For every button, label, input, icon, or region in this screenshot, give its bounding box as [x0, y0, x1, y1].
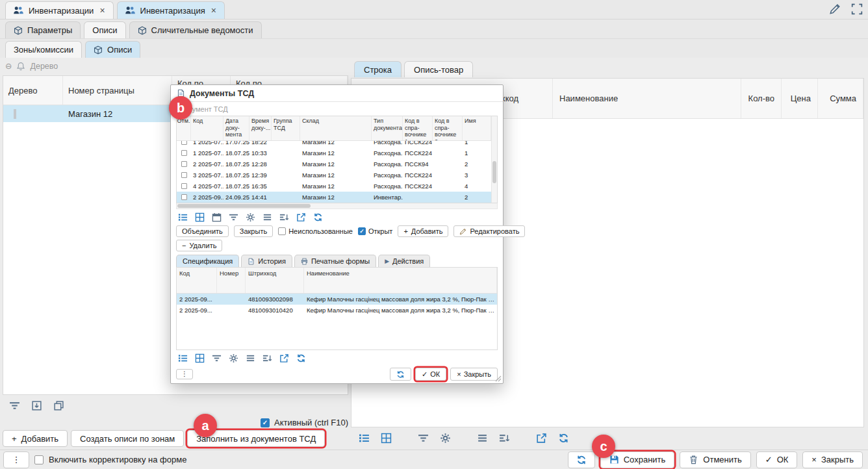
refresh-button[interactable] — [390, 368, 411, 381]
close-doc-button[interactable]: Закрыть — [234, 225, 273, 237]
dialog-close-button[interactable]: × Закрыть — [450, 368, 498, 381]
list-icon[interactable] — [246, 353, 255, 363]
sort-list-icon[interactable] — [279, 212, 289, 222]
kebab-menu-button[interactable]: ⋮ — [176, 369, 193, 379]
collapse-icon[interactable]: ⊖ — [5, 62, 12, 71]
close-button[interactable]: × Закрыть — [802, 451, 863, 468]
column-header-barcode[interactable]: Штрихкод — [246, 268, 304, 293]
tab-print-forms[interactable]: Печатные формы — [294, 255, 376, 267]
table-row[interactable]: 1 2025-07... 17.07.25 18:22 Магазин 12 Р… — [177, 141, 491, 147]
vertical-scrollbar[interactable] — [491, 116, 497, 203]
column-header-doc-type[interactable]: Тип документа — [372, 116, 403, 140]
open-checkbox[interactable]: ✓ — [358, 227, 366, 235]
column-header-tsd-group[interactable]: Группа ТСД — [272, 116, 300, 140]
row-checkbox[interactable] — [181, 150, 187, 156]
column-header-code[interactable]: Код — [177, 268, 217, 293]
tab-comparison-sheets[interactable]: Сличительные ведомости — [129, 21, 262, 38]
table-row[interactable]: 2 2025-07... 18.07.25 12:28 Магазин 12 Р… — [177, 158, 491, 170]
row-checkbox[interactable] — [181, 172, 187, 178]
refresh-icon[interactable] — [558, 433, 569, 444]
column-header-date[interactable]: Дата доку-мента — [223, 116, 249, 140]
column-header-mark[interactable]: Отм. — [177, 116, 191, 140]
window-tab-inventory[interactable]: Инвентаризация × — [117, 1, 225, 19]
column-header-warehouse[interactable]: Склад — [300, 116, 372, 140]
horizontal-scrollbar[interactable] — [176, 203, 498, 209]
sort-list-icon[interactable] — [499, 433, 510, 444]
dialog-ok-button[interactable]: ✓ ОК — [415, 368, 446, 381]
column-header-page-number[interactable]: Номер страницы — [63, 76, 172, 105]
tab-stroka[interactable]: Строка — [354, 61, 402, 77]
column-header-ref1[interactable]: Код в спра-вочнике 1 — [403, 116, 433, 140]
scrollbar-thumb[interactable] — [177, 204, 311, 208]
tab-history[interactable]: История — [241, 255, 292, 267]
table-row[interactable]: 3 2025-07... 18.07.25 12:39 Магазин 12 Р… — [177, 170, 491, 181]
ok-button[interactable]: ✓ ОК — [756, 451, 798, 468]
tab-actions[interactable]: ▶ Действия — [378, 255, 430, 267]
tab-zones-commissions[interactable]: Зоны/комиссии — [5, 41, 82, 58]
resize-grip[interactable] — [495, 375, 502, 382]
cancel-button[interactable]: Отменить — [680, 451, 750, 468]
refresh-button[interactable] — [568, 451, 595, 468]
dialog-title-bar[interactable]: Документы ТСД — [171, 85, 503, 102]
row-checkbox[interactable] — [181, 141, 187, 145]
add-doc-button[interactable]: + Добавить — [398, 225, 448, 237]
gear-icon[interactable] — [229, 353, 238, 363]
scrollbar-thumb[interactable] — [492, 161, 496, 183]
column-header-name[interactable]: Имя — [463, 116, 491, 140]
spec-row-selected[interactable]: 2 2025-09... 4810093002098 Кефир Малочны… — [177, 294, 497, 305]
create-zones-button[interactable]: Создать описи по зонам — [71, 430, 184, 447]
column-header-code[interactable]: Код — [191, 116, 223, 140]
unused-checkbox[interactable] — [278, 227, 286, 235]
column-header-sum[interactable]: Сумма — [818, 79, 863, 118]
row-checkbox[interactable] — [181, 161, 187, 167]
row-checkbox[interactable] — [181, 183, 187, 189]
external-link-icon[interactable] — [279, 353, 289, 363]
column-header-name[interactable]: Наименование — [553, 79, 741, 118]
copy-icon[interactable] — [53, 400, 64, 411]
column-header-qty[interactable]: Кол-во — [741, 79, 782, 118]
tab-parameters[interactable]: Параметры — [5, 21, 81, 38]
column-header-time[interactable]: Время доку-... — [249, 116, 272, 140]
window-tab-inventories[interactable]: Инвентаризации × — [5, 1, 114, 19]
refresh-icon[interactable] — [313, 212, 323, 222]
column-header-nomer[interactable]: Номер — [217, 268, 246, 293]
close-icon[interactable]: × — [99, 6, 105, 15]
refresh-icon[interactable] — [296, 353, 306, 363]
row-checkbox[interactable] — [181, 194, 187, 200]
kebab-menu-button[interactable]: ⋮ — [3, 451, 29, 468]
edit-icon[interactable] — [829, 3, 841, 15]
gear-icon[interactable] — [246, 212, 255, 222]
edit-doc-button[interactable]: Редактировать — [453, 225, 525, 237]
table-row[interactable]: 4 2025-07... 18.07.25 16:35 Магазин 12 Р… — [177, 181, 491, 192]
external-link-icon[interactable] — [536, 433, 547, 444]
tab-opisi-level1[interactable]: Описи — [84, 21, 125, 38]
gear-icon[interactable] — [440, 433, 451, 444]
grid-icon[interactable] — [381, 433, 392, 444]
tab-opis-tovar[interactable]: Опись-товар — [404, 61, 473, 77]
add-button[interactable]: + Добавить — [3, 430, 68, 447]
external-link-icon[interactable] — [296, 212, 306, 222]
spec-row[interactable]: 2 2025-09... 4810093010420 Кефир Малочны… — [177, 305, 497, 316]
filter-icon[interactable] — [9, 400, 20, 411]
list-icon[interactable] — [262, 212, 272, 222]
numbered-list-icon[interactable] — [178, 353, 188, 363]
column-header-ref2[interactable]: Код в спра-вочнике 2 — [433, 116, 463, 140]
list-icon[interactable] — [477, 433, 488, 444]
box-arrow-icon[interactable] — [31, 400, 42, 411]
tab-specification[interactable]: Спецификация — [176, 255, 239, 267]
filter-icon[interactable] — [418, 433, 429, 444]
active-checkbox[interactable]: ✓ — [261, 418, 270, 427]
column-header-price[interactable]: Цена — [782, 79, 818, 118]
numbered-list-icon[interactable] — [359, 433, 370, 444]
sort-list-icon[interactable] — [262, 353, 272, 363]
tab-opisi-level2[interactable]: Описи — [85, 41, 140, 58]
table-row-selected[interactable]: 2 2025-09... 24.09.25 14:41 Магазин 12 И… — [177, 192, 491, 203]
table-row[interactable]: 1 2025-07... 18.07.25 10:33 Магазин 12 Р… — [177, 147, 491, 158]
delete-doc-button[interactable]: − Удалить — [176, 240, 222, 251]
close-icon[interactable]: × — [211, 6, 217, 15]
merge-button[interactable]: Объединить — [176, 225, 229, 237]
numbered-list-icon[interactable] — [178, 212, 188, 222]
calendar-icon[interactable] — [212, 212, 222, 222]
grid-icon[interactable] — [195, 353, 205, 363]
column-header-name[interactable]: Наименование — [304, 268, 497, 293]
